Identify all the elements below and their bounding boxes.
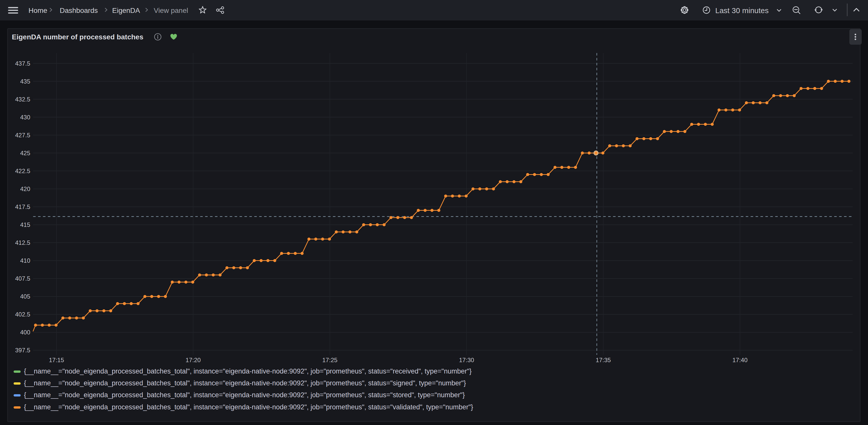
svg-text:400: 400 [20,329,30,336]
svg-text:427.5: 427.5 [15,132,30,139]
svg-text:415: 415 [20,221,30,228]
svg-text:397.5: 397.5 [15,347,30,353]
svg-text:422.5: 422.5 [15,168,30,174]
svg-text:402.5: 402.5 [15,311,30,318]
svg-text:412.5: 412.5 [15,239,30,246]
svg-text:17:25: 17:25 [322,357,338,363]
svg-text:410: 410 [20,257,30,264]
svg-text:430: 430 [20,114,30,121]
svg-text:17:40: 17:40 [733,357,747,363]
svg-text:405: 405 [20,293,30,300]
svg-text:17:30: 17:30 [459,357,474,363]
svg-text:435: 435 [20,78,30,85]
svg-text:432.5: 432.5 [15,96,30,103]
svg-text:417.5: 417.5 [15,203,30,210]
svg-text:17:15: 17:15 [49,357,64,363]
svg-text:425: 425 [20,150,30,157]
svg-text:437.5: 437.5 [15,60,30,67]
svg-text:17:20: 17:20 [186,357,200,363]
svg-text:17:35: 17:35 [596,357,611,363]
svg-text:407.5: 407.5 [15,275,30,282]
svg-text:420: 420 [20,186,30,192]
